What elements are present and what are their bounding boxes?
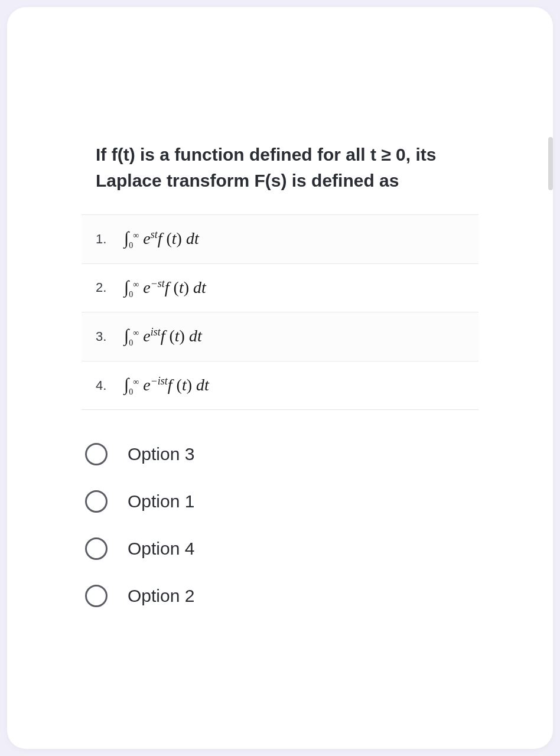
formula-row-4: 4. ∫0∞ e−istf (t) dt	[82, 361, 478, 410]
radio-circle-icon	[85, 585, 108, 607]
radio-option-3[interactable]: Option 3	[85, 443, 478, 465]
formula-3: ∫0∞ eistf (t) dt	[124, 325, 202, 348]
question-text: If f(t) is a function defined for all t …	[82, 142, 478, 193]
question-block: If f(t) is a function defined for all t …	[82, 142, 478, 410]
radio-circle-icon	[85, 490, 108, 513]
answer-options: Option 3 Option 1 Option 4 Option 2	[82, 443, 478, 607]
radio-circle-icon	[85, 443, 108, 465]
formula-number-1: 1.	[96, 232, 112, 247]
formula-row-2: 2. ∫0∞ e−stf (t) dt	[82, 263, 478, 312]
radio-label-2: Option 2	[128, 586, 194, 606]
radio-circle-icon	[85, 537, 108, 560]
formula-number-3: 3.	[96, 329, 112, 344]
formula-number-4: 4.	[96, 378, 112, 393]
radio-label-3: Option 3	[128, 444, 194, 464]
radio-label-1: Option 1	[128, 491, 194, 511]
scroll-indicator	[548, 137, 553, 190]
formula-row-3: 3. ∫0∞ eistf (t) dt	[82, 312, 478, 361]
formula-2: ∫0∞ e−stf (t) dt	[124, 277, 206, 299]
radio-label-4: Option 4	[128, 539, 194, 559]
radio-option-1[interactable]: Option 1	[85, 490, 478, 513]
formula-1: ∫0∞ estf (t) dt	[124, 228, 199, 250]
question-card: If f(t) is a function defined for all t …	[7, 7, 553, 749]
radio-option-4[interactable]: Option 4	[85, 537, 478, 560]
formula-number-2: 2.	[96, 280, 112, 295]
radio-option-2[interactable]: Option 2	[85, 585, 478, 607]
formula-row-1: 1. ∫0∞ estf (t) dt	[82, 214, 478, 263]
formula-4: ∫0∞ e−istf (t) dt	[124, 374, 209, 397]
content-wrapper: If f(t) is a function defined for all t …	[35, 35, 525, 607]
